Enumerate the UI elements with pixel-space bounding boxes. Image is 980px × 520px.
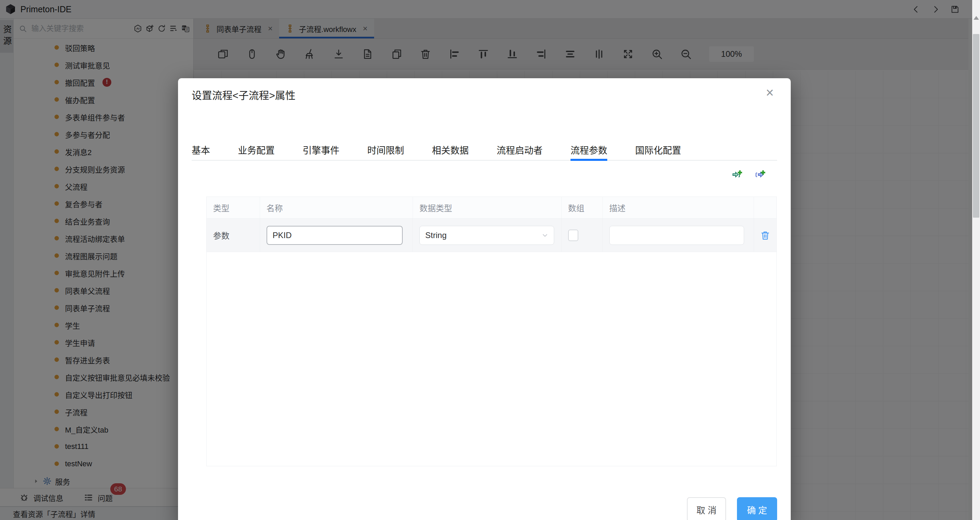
param-datatype-cell: String [413,219,561,252]
add-param-icon[interactable] [732,170,742,180]
datatype-select[interactable]: String [419,226,554,245]
modal-tab-item[interactable]: 基本 [192,140,210,160]
param-table-empty-area [207,252,776,466]
param-desc-input[interactable] [609,226,744,245]
param-name-input[interactable] [267,226,402,245]
scrollbar-thumb[interactable] [973,34,979,218]
modal-title: 设置流程<子流程>属性 [192,87,296,102]
param-type-cell: 参数 [207,219,260,252]
param-name-cell [260,219,413,252]
process-properties-modal: 设置流程<子流程>属性 × 基本业务配置引擎事件时间限制相关数据流程启动者流程参… [178,78,791,520]
datatype-select-value: String [425,231,447,240]
modal-tab-item[interactable]: 相关数据 [432,140,469,160]
add-ref-param-icon[interactable] [755,170,765,180]
column-header: 名称 [260,197,413,218]
app-window: Primeton-IDE 资源 AIEn文 驳回策略测试审批意见撤回配置!催办配… [0,0,980,520]
modal-tab-active[interactable]: 流程参数 [571,140,607,160]
chevron-down-icon [541,231,549,239]
row-delete-trash-icon[interactable] [760,230,770,241]
param-table-header: 类型名称数据类型数组描述 [207,197,776,219]
modal-tabs: 基本业务配置引擎事件时间限制相关数据流程启动者流程参数国际化配置 [192,140,777,161]
array-checkbox[interactable] [568,230,578,241]
modal-tab-item[interactable]: 国际化配置 [635,140,681,160]
column-header [754,197,776,218]
cancel-button[interactable]: 取 消 [687,497,726,520]
modal-tab-item[interactable]: 时间限制 [367,140,404,160]
column-header: 数据类型 [413,197,561,218]
param-table: 类型名称数据类型数组描述参数String [206,197,777,466]
param-action-cell [754,219,776,252]
scrollbar-up-arrow-icon[interactable] [972,14,980,22]
confirm-button[interactable]: 确 定 [737,497,777,520]
close-icon[interactable]: × [766,86,774,99]
param-array-cell [562,219,603,252]
param-add-toolbar [732,170,765,180]
column-header: 数组 [562,197,603,218]
column-header: 类型 [207,197,260,218]
modal-tab-item[interactable]: 引擎事件 [302,140,339,160]
param-table-row: 参数String [207,219,776,252]
column-header: 描述 [603,197,754,218]
param-desc-cell [603,219,754,252]
modal-tab-item[interactable]: 业务配置 [238,140,275,160]
window-scrollbar[interactable] [972,0,980,520]
modal-tab-item[interactable]: 流程启动者 [496,140,542,160]
